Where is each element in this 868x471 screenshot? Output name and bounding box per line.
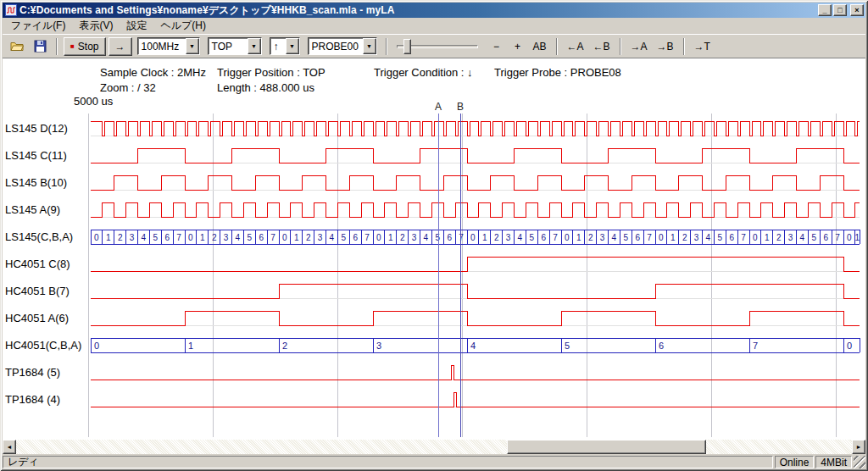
open-button[interactable] xyxy=(7,37,27,56)
wave-ls145-c-b-a-value: 3 xyxy=(506,233,511,242)
wave-ls145-c-b-a-value: 5 xyxy=(530,233,535,242)
zoom-out-button[interactable]: − xyxy=(487,37,506,56)
menu-item-help[interactable]: ヘルプ(H) xyxy=(153,17,213,35)
wave-ls145-c-b-a-value: 4 xyxy=(800,233,805,242)
app-window: C:¥Documents and Settings¥noname¥デスクトップ¥… xyxy=(0,0,868,471)
wave-tp1684-5 xyxy=(91,365,860,380)
wave-ls145-c-b-a-value: 3 xyxy=(224,233,229,242)
close-button[interactable]: × xyxy=(850,4,864,16)
wave-hc4051-c-b-a-value: 7 xyxy=(753,341,758,351)
zoom-in-button[interactable]: + xyxy=(509,37,527,56)
wave-ls145-c-b-a-value: 4 xyxy=(518,233,523,242)
trigger-position-select[interactable]: TOP ▼ xyxy=(208,37,262,55)
open-folder-icon xyxy=(10,40,24,53)
wave-ls145-c-b-a-value: 3 xyxy=(130,233,135,242)
toolbar: ■ Stop → 100MHz ▼ TOP ▼ ↑ ▼ PROBE00 ▼ − … xyxy=(3,34,865,58)
wave-hc4051-c-b-a-value: 0 xyxy=(94,341,99,351)
wave-hc4051-c-b-a-value: 1 xyxy=(188,341,193,351)
stop-button-label: Stop xyxy=(78,41,99,53)
goto-marker-b-left-button[interactable]: ←B xyxy=(590,37,614,56)
maximize-button[interactable]: □ xyxy=(833,4,847,16)
goto-marker-a-right-button[interactable]: →A xyxy=(627,37,651,56)
wave-hc4051-c-b-a-value: 6 xyxy=(659,341,664,351)
wave-ls145-c-b-a-value: 6 xyxy=(635,233,640,242)
wave-ls145-c-b-a-value: 6 xyxy=(729,233,734,242)
menu-item-file[interactable]: ファイル(F) xyxy=(4,17,72,35)
wave-ls145-c-b-a-value: 4 xyxy=(142,233,147,242)
wave-ls145-c-b-a-value: 2 xyxy=(306,233,311,242)
dropdown-arrow-icon[interactable]: ▼ xyxy=(186,38,199,54)
wave-ls145-c-b-a-value: 5 xyxy=(153,233,159,242)
wave-ls145-c-b-a-value: 2 xyxy=(494,233,499,242)
minimize-button[interactable]: _ xyxy=(818,4,832,16)
wave-ls145-c-b-a-value: 7 xyxy=(270,233,275,242)
wave-ls145-c-b-a-value: 5 xyxy=(248,233,253,242)
scroll-left-icon[interactable]: ◄ xyxy=(3,440,16,454)
goto-marker-a-left-button[interactable]: ←A xyxy=(564,37,587,56)
window-controls: _ □ × xyxy=(818,4,864,16)
wave-ls145-c-b-a-value: 0 xyxy=(188,233,193,242)
dropdown-arrow-icon[interactable]: ▼ xyxy=(286,38,299,54)
wave-ls145-c-b-a-value: 2 xyxy=(212,233,217,242)
scroll-right-icon[interactable]: ► xyxy=(852,440,865,454)
trigger-probe-select[interactable]: PROBE00 ▼ xyxy=(308,37,377,55)
wave-ls145-c-b-a-value: 4 xyxy=(236,233,241,242)
menu-item-settings[interactable]: 設定 xyxy=(120,17,153,35)
marker-a-label: A xyxy=(435,101,442,113)
dropdown-arrow-icon[interactable]: ▼ xyxy=(248,38,261,54)
wave-ls145-c-b-a-value: 7 xyxy=(741,233,746,242)
wave-ls145-c-b-a-value: 0 xyxy=(847,233,852,242)
toolbar-separator xyxy=(556,38,558,55)
save-button[interactable] xyxy=(30,37,50,56)
waveform-plot[interactable]: 0123456701234567012345670123456701234567… xyxy=(0,58,868,440)
scrollbar-thumb[interactable] xyxy=(507,440,706,454)
titlebar[interactable]: C:¥Documents and Settings¥noname¥デスクトップ¥… xyxy=(3,3,865,18)
floppy-icon xyxy=(34,40,47,53)
wave-ls145-c-b-a-value: 6 xyxy=(164,233,170,242)
wave-hc4051-c-b-a-value: 3 xyxy=(376,341,381,351)
wave-ls145-c-b-a-value: 0 xyxy=(470,233,476,242)
horizontal-scrollbar[interactable]: ◄ ► xyxy=(3,440,865,454)
zoom-slider-thumb[interactable] xyxy=(403,39,411,54)
goto-trigger-button[interactable]: →T xyxy=(691,37,714,56)
run-button[interactable]: → xyxy=(108,37,132,56)
goto-marker-b-right-button[interactable]: →B xyxy=(654,37,677,56)
trigger-edge-value: ↑ xyxy=(270,38,286,54)
wave-hc4051-c-b-a-value: 2 xyxy=(282,341,287,351)
wave-ls145-c-b-a-value: 0 xyxy=(659,233,664,242)
trigger-edge-select[interactable]: ↑ ▼ xyxy=(270,37,300,55)
wave-ls145-c-b-a-value: 0 xyxy=(376,233,381,242)
wave-hc4051-c-b-a-value: 5 xyxy=(565,341,570,351)
zoom-slider[interactable] xyxy=(397,37,478,56)
wave-ls145-c-b-a-value: 6 xyxy=(823,233,828,242)
window-title: C:¥Documents and Settings¥noname¥デスクトップ¥… xyxy=(19,3,818,18)
dropdown-arrow-icon[interactable]: ▼ xyxy=(363,38,376,54)
ab-span-button[interactable]: AB xyxy=(530,37,550,56)
wave-ls145-c-b-a-value: 6 xyxy=(447,233,452,242)
wave-ls145-c-b-a-value: 7 xyxy=(835,233,840,242)
wave-ls145-c-b-a-value: 0 xyxy=(753,233,758,242)
wave-hc4051-a-6 xyxy=(91,311,860,325)
wave-ls145-c-b-a-value: 0 xyxy=(282,233,287,242)
wave-ls145-c-b-a-value: 3 xyxy=(600,233,605,242)
wave-hc4051-b-7 xyxy=(91,284,860,298)
resize-grip[interactable] xyxy=(854,456,865,468)
wave-ls145-c-b-a-value: 1 xyxy=(106,233,111,242)
wave-ls145-d-12 xyxy=(91,121,860,136)
statusbar: レディ Online 4MBit xyxy=(3,454,865,468)
wave-ls145-c-b-a-value: 1 xyxy=(388,233,393,242)
wave-tp1684-4 xyxy=(91,392,860,407)
wave-ls145-c-b-a-value: 3 xyxy=(318,233,323,242)
wave-ls145-c-b-a-value: 7 xyxy=(647,233,652,242)
wave-ls145-c-b-a-value: 4 xyxy=(706,233,711,242)
scrollbar-track[interactable] xyxy=(16,440,852,454)
sample-clock-select[interactable]: 100MHz ▼ xyxy=(137,37,200,55)
wave-ls145-c-b-a-value: 5 xyxy=(624,233,629,242)
wave-ls145-c-b-a-value: 1 xyxy=(200,233,205,242)
stop-button[interactable]: ■ Stop xyxy=(64,37,106,56)
wave-ls145-c-b-a-value: 7 xyxy=(364,233,370,242)
wave-ls145-c-b-a-value: 4 xyxy=(612,233,617,242)
menu-item-view[interactable]: 表示(V) xyxy=(72,17,120,35)
wave-ls145-c-b-a-value: 0 xyxy=(565,233,570,242)
trigger-probe-value: PROBE00 xyxy=(309,38,363,54)
